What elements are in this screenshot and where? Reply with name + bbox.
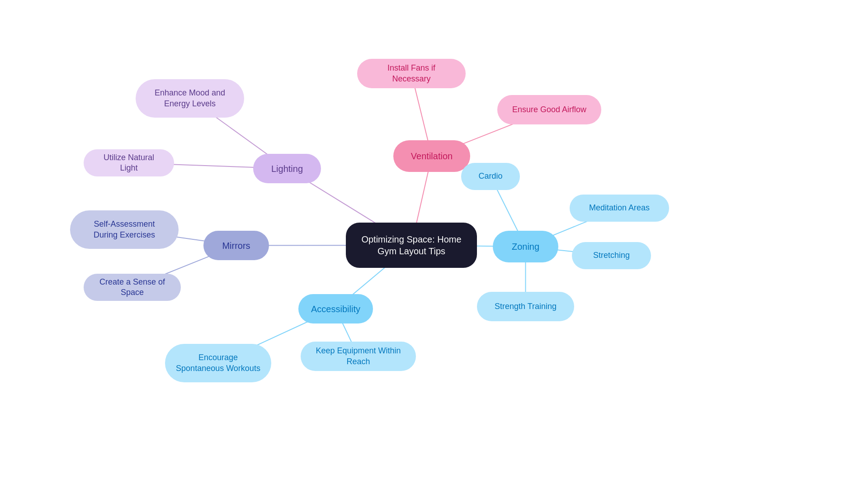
node-strength[interactable]: Strength Training [477,292,574,321]
center-node[interactable]: Optimizing Space: Home Gym Layout Tips [346,223,477,268]
node-meditation[interactable]: Meditation Areas [570,195,669,222]
node-airflow[interactable]: Ensure Good Airflow [497,95,601,124]
node-accessibility[interactable]: Accessibility [298,294,373,323]
node-enhance[interactable]: Enhance Mood and Energy Levels [136,79,244,118]
node-ventilation[interactable]: Ventilation [393,140,470,172]
node-lighting[interactable]: Lighting [253,154,321,183]
node-stretching[interactable]: Stretching [572,242,651,269]
node-mirrors[interactable]: Mirrors [203,231,269,260]
node-selfassess[interactable]: Self-Assessment During Exercises [70,210,179,249]
mindmap-canvas: Optimizing Space: Home Gym Layout TipsLi… [0,0,868,490]
node-space[interactable]: Create a Sense of Space [84,274,181,301]
node-natural[interactable]: Utilize Natural Light [84,149,174,176]
node-fans[interactable]: Install Fans if Necessary [357,59,466,88]
node-equipment[interactable]: Keep Equipment Within Reach [301,342,416,371]
node-cardio[interactable]: Cardio [461,163,520,190]
node-spontaneous[interactable]: Encourage Spontaneous Workouts [165,344,271,382]
node-zoning[interactable]: Zoning [493,231,558,262]
